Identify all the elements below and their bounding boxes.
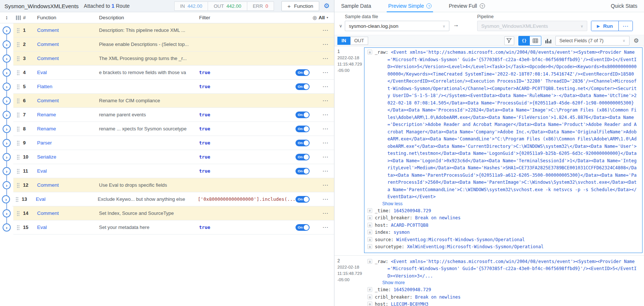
on-off-toggle[interactable]: On	[295, 154, 310, 160]
row-menu-button[interactable]: ⋯	[317, 153, 334, 160]
on-off-toggle[interactable]: On	[295, 224, 310, 231]
drag-handle[interactable]	[13, 56, 23, 61]
expand-function-button[interactable]: ›	[3, 153, 11, 161]
on-off-toggle[interactable]: On	[295, 126, 310, 132]
show-toggle-link[interactable]: Show more	[382, 280, 639, 285]
chart-view-button[interactable]	[545, 38, 551, 43]
row-menu-button[interactable]: ⋯	[317, 125, 334, 132]
drag-handle[interactable]	[13, 98, 23, 103]
drag-handle[interactable]	[13, 225, 23, 230]
expand-function-button[interactable]: ›	[2, 195, 10, 203]
expand-function-button[interactable]: ›	[3, 54, 11, 63]
function-name-link[interactable]: Rename	[37, 112, 99, 117]
function-name-link[interactable]: Flatten	[37, 84, 99, 89]
pipeline-settings-gear-icon[interactable]: ⚙	[324, 3, 330, 9]
on-off-toggle[interactable]: On	[295, 112, 310, 118]
add-function-button[interactable]: + Function	[281, 1, 319, 11]
event-row[interactable]: 22022-02-1811:15:48.729-05:00a_raw: <Eve…	[334, 256, 644, 306]
all-filter-dropdown[interactable]: ◎ All ▾	[293, 15, 334, 20]
select-fields-dropdown[interactable]: Select Fields (7 of 7) ∨	[555, 36, 630, 46]
on-off-toggle[interactable]: On	[295, 196, 310, 203]
drag-handle[interactable]	[13, 169, 23, 174]
function-name-link[interactable]: Eval	[37, 224, 99, 230]
row-description: The XML Processing group turns the _r...	[99, 56, 199, 61]
filter-funnel-button[interactable]	[504, 36, 514, 45]
expand-function-button[interactable]: ›	[3, 167, 11, 175]
drag-handle[interactable]	[13, 112, 23, 117]
quick-stats-link[interactable]: Quick Stats	[611, 3, 637, 9]
drag-handle[interactable]	[13, 28, 23, 33]
on-off-toggle[interactable]: On	[295, 83, 310, 90]
drag-handle[interactable]	[12, 197, 22, 202]
function-name-link[interactable]: Comment	[37, 98, 99, 103]
expand-function-button[interactable]: ›	[3, 26, 11, 34]
function-name-link[interactable]: Comment	[37, 41, 99, 47]
row-menu-button[interactable]: ⋯	[317, 167, 334, 174]
function-name-link[interactable]: Eval	[36, 196, 98, 202]
expand-function-button[interactable]: ›	[3, 209, 11, 217]
row-menu-button[interactable]: ⋯	[317, 83, 334, 90]
expand-function-button[interactable]: ›	[3, 40, 11, 49]
function-name-link[interactable]: Rename	[37, 126, 99, 132]
row-menu-button[interactable]: ⋯	[317, 210, 334, 217]
field-name: host:	[375, 302, 391, 306]
function-name-link[interactable]: Eval	[37, 168, 99, 174]
function-name-link[interactable]: Serialize	[37, 154, 99, 160]
drag-handle[interactable]	[13, 211, 23, 216]
tab-sample-data[interactable]: Sample Data	[341, 0, 371, 12]
drag-handle[interactable]	[13, 42, 23, 47]
expand-function-button[interactable]: ›	[3, 83, 11, 91]
row-menu-button[interactable]: ⋯	[317, 224, 334, 231]
table-view-button[interactable]	[530, 36, 541, 45]
drag-handle[interactable]	[13, 140, 23, 146]
expand-function-button[interactable]: ›	[3, 181, 11, 189]
collapse-chevron-icon[interactable]: ∨	[337, 23, 345, 31]
drag-handle[interactable]	[13, 70, 23, 75]
row-menu-button[interactable]: ⋯	[317, 196, 334, 203]
field-value: <Event xmlns='http://schemas.microsoft.c…	[387, 50, 637, 199]
expand-function-button[interactable]: ›	[3, 223, 11, 232]
row-menu-button[interactable]: ⋯	[317, 139, 334, 146]
function-name-link[interactable]: Comment	[37, 182, 99, 188]
row-menu-button[interactable]: ⋯	[317, 97, 334, 104]
row-menu-button[interactable]: ⋯	[317, 55, 334, 62]
expand-function-button[interactable]: ›	[3, 125, 11, 133]
out-toggle[interactable]: OUT	[350, 37, 368, 45]
event-row[interactable]: 12022-02-1811:15:48.729-05:00a_raw: <Eve…	[334, 46, 644, 256]
in-toggle[interactable]: IN	[337, 37, 350, 45]
run-button[interactable]: ▶ Run	[591, 21, 618, 31]
row-menu-button[interactable]: ⋯	[317, 27, 334, 34]
show-toggle-link[interactable]: Show less	[382, 201, 639, 206]
on-off-toggle[interactable]: On	[295, 168, 310, 174]
sort-icon[interactable]: ▴▾	[6, 16, 7, 20]
expand-function-button[interactable]: ›	[3, 111, 11, 119]
on-off-toggle[interactable]: On	[295, 69, 310, 76]
row-menu-button[interactable]: ⋯	[317, 41, 334, 48]
row-menu-button[interactable]: ⋯	[317, 111, 334, 118]
row-menu-button[interactable]: ⋯	[317, 69, 334, 76]
function-name-link[interactable]: Parser	[37, 140, 99, 146]
expand-function-button[interactable]: ›	[3, 139, 11, 147]
columns-icon[interactable]	[16, 16, 21, 20]
function-name-link[interactable]: Comment	[37, 27, 99, 33]
tab-preview-full[interactable]: Preview Full ?	[449, 0, 485, 12]
tab-preview-simple[interactable]: Preview Simple ?	[388, 0, 432, 12]
function-name-link[interactable]: Comment	[37, 56, 99, 61]
expand-function-button[interactable]: ›	[3, 69, 11, 77]
row-menu-button[interactable]: ⋯	[317, 182, 334, 189]
pipeline-select: Sysmon_WindowsXMLEvents ∨	[477, 21, 587, 31]
drag-handle[interactable]	[13, 183, 23, 188]
json-view-button[interactable]: {}	[519, 36, 530, 45]
sample-file-select[interactable]: sysmon-clean.log.json ∨	[345, 21, 449, 31]
drag-handle[interactable]	[13, 84, 23, 89]
preview-settings-gear-icon[interactable]: ⚙	[634, 38, 639, 44]
drag-handle[interactable]	[13, 126, 23, 132]
expand-function-button[interactable]: ›	[3, 97, 11, 105]
run-more-button[interactable]: ⋯	[618, 21, 633, 31]
row-number: 4	[23, 70, 37, 75]
function-name-link[interactable]: Comment	[37, 210, 99, 216]
drag-handle[interactable]	[13, 154, 23, 160]
on-off-toggle[interactable]: On	[295, 140, 310, 146]
route-count-link[interactable]: 1	[112, 3, 115, 9]
function-name-link[interactable]: Eval	[37, 70, 99, 75]
